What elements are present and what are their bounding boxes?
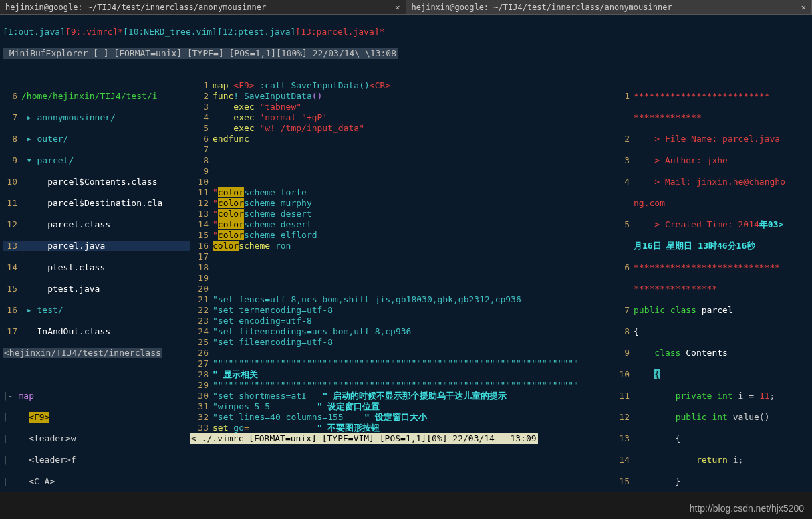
minibuf-line[interactable]: [1:out.java][9:.vimrc]*[10:NERD_tree.vim…	[3, 27, 809, 37]
taglist-header: map	[18, 391, 33, 401]
java-pane[interactable]: 1************************** ************…	[611, 80, 809, 492]
nerdtree-status: <hejinxin/TIJ4/test/innerclass	[3, 348, 162, 358]
tab-title-2: hejinxin@google: ~/TIJ4/test/innerclass/…	[412, 3, 672, 12]
vimrc-status: < ./.vimrc [FORMAT=unix] [TYPE=VIM] [POS…	[190, 433, 538, 444]
tag-item[interactable]: <leader>w	[29, 433, 76, 443]
close-icon[interactable]: ✕	[395, 3, 400, 12]
nerdtree-pane[interactable]: 6/home/hejinxin/TIJ4/test/i 7 ▸ anonymou…	[3, 80, 190, 492]
tag-item[interactable]: <leader>f	[29, 455, 76, 465]
tag-item[interactable]: <C-A>	[29, 476, 55, 486]
window-tab-1[interactable]: hejinxin@google: ~/TIJ4/test/innerclass/…	[0, 0, 406, 14]
vimrc-pane[interactable]: 1map <F9> :call SaveInputData()<CR>2func…	[190, 80, 611, 492]
tab-title-1: hejinxin@google: ~/TIJ4/test/innerclass/…	[5, 3, 266, 12]
window-tab-2[interactable]: hejinxin@google: ~/TIJ4/test/innerclass/…	[406, 0, 813, 14]
watermark: http://blog.csdn.net/hjx5200	[690, 503, 804, 514]
terminal[interactable]: [1:out.java][9:.vimrc]*[10:NERD_tree.vim…	[0, 15, 812, 492]
tag-item[interactable]: <F9>	[29, 412, 49, 423]
minibuf-status: -MiniBufExplorer-[-] [FORMAT=unix] [TYPE…	[3, 48, 398, 59]
window-tabs: hejinxin@google: ~/TIJ4/test/innerclass/…	[0, 0, 812, 15]
close-icon[interactable]: ✕	[801, 3, 806, 12]
